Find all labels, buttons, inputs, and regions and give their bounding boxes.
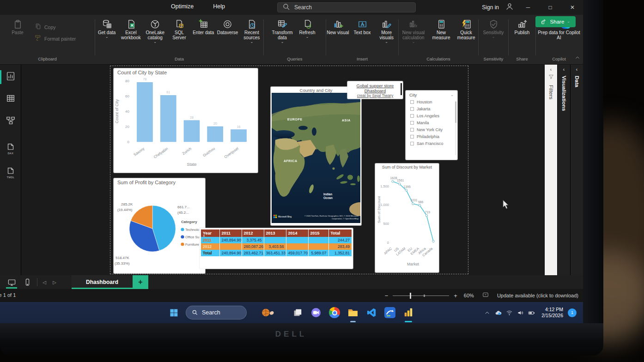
- slicer-item[interactable]: Jakarta: [406, 105, 457, 112]
- quick-measure-button[interactable]: Quick measure: [454, 18, 478, 40]
- slicer-item[interactable]: Los Angeles: [406, 112, 457, 119]
- checkbox-icon[interactable]: [410, 114, 414, 118]
- table-view-button[interactable]: [5, 93, 17, 105]
- menu-help[interactable]: Help: [213, 3, 225, 10]
- visualizations-panel-collapsed[interactable]: ‹ Visualizations: [557, 65, 570, 275]
- wifi-icon[interactable]: [504, 309, 515, 316]
- zoom-slider-handle[interactable]: [410, 293, 411, 299]
- ribbon-collapse-button[interactable]: [575, 54, 580, 62]
- slicer-item[interactable]: Houston: [406, 98, 457, 105]
- transform-data-button[interactable]: Transform data⌄: [270, 18, 294, 44]
- checkbox-icon[interactable]: [410, 107, 414, 111]
- taskbar-search[interactable]: Search: [186, 306, 247, 320]
- ribbon-search-input[interactable]: Search: [277, 2, 416, 12]
- slicer-item[interactable]: Philadelphia: [406, 133, 457, 140]
- chrome-button[interactable]: [327, 305, 342, 320]
- tray-chevron-icon[interactable]: [481, 309, 492, 316]
- matrix-column-header[interactable]: Total: [328, 229, 352, 237]
- matrix-column-header[interactable]: 2012: [242, 229, 264, 237]
- bar-chart-visual[interactable]: Count of City by State 02040608078Saxony…: [114, 68, 258, 173]
- chevron-down-icon[interactable]: ⌄: [450, 93, 454, 97]
- more-visuals-button[interactable]: More visuals⌄: [375, 18, 398, 44]
- dax-query-view-button[interactable]: DAX: [5, 143, 17, 155]
- city-slicer-visual[interactable]: City ⌄ HoustonJakartaLos AngelesManilaNe…: [406, 90, 457, 160]
- get-data-button[interactable]: Get data⌄: [95, 18, 118, 39]
- menu-optimize[interactable]: Optimize: [171, 3, 194, 10]
- download-manager-button[interactable]: [383, 305, 397, 320]
- textbox-visual[interactable]: Gobal supper store Dhasboard creat by Se…: [347, 81, 403, 99]
- data-panel-collapsed[interactable]: ‹ Data: [570, 65, 583, 275]
- sensitivity-button[interactable]: Sensitivity⌄: [481, 18, 505, 39]
- zoom-out-button[interactable]: −: [385, 292, 389, 299]
- page-tab-dhashboard[interactable]: Dhashboard: [72, 275, 133, 289]
- matrix-table[interactable]: Year▲20112012201320142015Total2011240,89…: [201, 229, 352, 256]
- mobile-layout-button[interactable]: [19, 275, 35, 289]
- onelake-catalog-button[interactable]: OneLake catalog⌄: [144, 18, 167, 44]
- fit-to-page-icon[interactable]: [474, 292, 494, 299]
- chevron-left-icon[interactable]: ‹: [563, 67, 565, 72]
- filters-panel-collapsed[interactable]: ‹ Filters: [544, 65, 557, 275]
- minimize-button[interactable]: ─: [520, 0, 536, 14]
- volume-icon[interactable]: [515, 309, 526, 316]
- checkbox-icon[interactable]: [410, 128, 414, 132]
- matrix-row[interactable]: 2012280,087.263,403.56283,49: [201, 243, 352, 250]
- snipping-tool-button[interactable]: [290, 305, 305, 320]
- matrix-column-header[interactable]: 2013: [264, 229, 286, 237]
- copy-button[interactable]: Copy: [34, 23, 76, 31]
- chevron-left-icon[interactable]: ‹: [576, 67, 577, 72]
- tmdl-view-button[interactable]: TMDL: [5, 167, 17, 179]
- report-canvas[interactable]: Count of City by State 02040608078Saxony…: [21, 65, 544, 275]
- model-view-button[interactable]: [5, 115, 17, 127]
- update-available-link[interactable]: Update available (click to download): [497, 293, 578, 298]
- format-painter-button[interactable]: Format painter: [34, 34, 76, 43]
- desktop-layout-button[interactable]: [4, 275, 19, 289]
- recent-sources-button[interactable]: Recent sources⌄: [240, 18, 263, 44]
- account-icon[interactable]: [505, 2, 514, 12]
- powerbi-button[interactable]: [401, 305, 416, 320]
- excel-workbook-button[interactable]: Excel workbook: [119, 18, 142, 40]
- notification-badge[interactable]: 1: [568, 308, 577, 317]
- checkbox-icon[interactable]: [410, 121, 414, 125]
- onedrive-icon[interactable]: [492, 309, 504, 316]
- text-box-button[interactable]: Text box: [351, 18, 374, 35]
- slicer-item[interactable]: Manila: [406, 119, 457, 126]
- sql-server-button[interactable]: SQL Server: [168, 18, 191, 40]
- next-page-button[interactable]: ▷: [49, 280, 60, 285]
- matrix-row[interactable]: 2011240,894.903,375.45244,27: [201, 237, 352, 243]
- report-view-button[interactable]: [5, 71, 17, 83]
- matrix-column-header[interactable]: 2011: [219, 229, 242, 237]
- zoom-slider[interactable]: [393, 296, 449, 296]
- new-measure-button[interactable]: New measure: [429, 18, 453, 40]
- add-page-button[interactable]: +: [133, 275, 148, 289]
- checkbox-icon[interactable]: [410, 135, 414, 139]
- file-explorer-button[interactable]: [346, 305, 360, 320]
- matrix-visual[interactable]: Year▲20112012201320142015Total2011240,89…: [200, 228, 353, 269]
- battery-icon[interactable]: [526, 309, 537, 316]
- sign-in-button[interactable]: Sign in: [482, 4, 499, 11]
- close-button[interactable]: ✕: [565, 0, 580, 14]
- new-visual-button[interactable]: New visual: [326, 18, 350, 35]
- matrix-row[interactable]: Total240,894.90283,462.71363,451.33459,0…: [201, 250, 352, 256]
- dataverse-button[interactable]: Dataverse: [216, 18, 239, 35]
- matrix-column-header[interactable]: 2014: [286, 229, 308, 237]
- publish-button[interactable]: Publish: [510, 18, 534, 35]
- matrix-column-header[interactable]: Year▲: [201, 229, 219, 237]
- matrix-column-header[interactable]: 2015: [308, 229, 328, 237]
- refresh-button[interactable]: Refresh⌄: [295, 18, 319, 39]
- slicer-item[interactable]: New York City: [406, 126, 457, 133]
- line-chart-visual[interactable]: Sum of Discount by Market 05001,0001,500…: [375, 163, 439, 272]
- textbox-scrollbar[interactable]: [401, 83, 402, 95]
- widgets-button[interactable]: [259, 305, 277, 320]
- clock[interactable]: 4:12 PM 2/15/2026: [541, 307, 563, 319]
- previous-page-button[interactable]: ◁: [39, 280, 49, 285]
- slicer-item[interactable]: San Francisco: [406, 140, 457, 147]
- slicer-scrollbar-thumb[interactable]: [455, 102, 456, 123]
- meet-button[interactable]: [309, 305, 323, 320]
- new-visual-calculation-button[interactable]: fx New visual calculation⌄: [399, 18, 428, 44]
- chevron-left-icon[interactable]: ‹: [550, 67, 552, 72]
- vscode-button[interactable]: [364, 305, 379, 320]
- share-button[interactable]: Share⌄: [535, 16, 576, 27]
- start-button[interactable]: [166, 305, 181, 320]
- checkbox-icon[interactable]: [410, 142, 414, 145]
- zoom-in-button[interactable]: +: [454, 292, 457, 299]
